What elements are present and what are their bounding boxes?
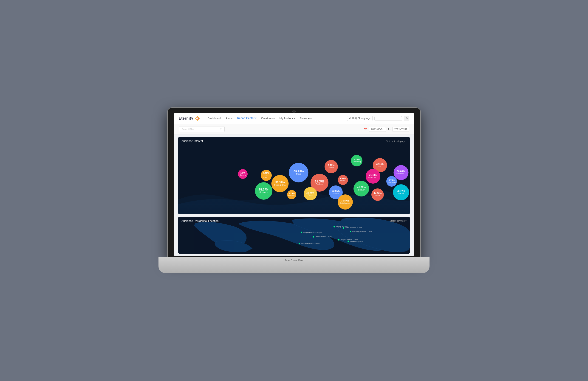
date-to-label: To — [388, 128, 390, 131]
map-dot-circle — [334, 226, 335, 227]
bubble-sports[interactable]: 9.72%Sports — [325, 160, 338, 173]
map-dot-label: Qinghai Province - 1.23% — [303, 232, 321, 233]
webcam — [292, 110, 296, 113]
bubble-beauty[interactable]: 41.09%Beauty — [354, 181, 369, 197]
map-dot-circle — [313, 236, 314, 238]
nav-my-audience[interactable]: My Audience — [279, 116, 295, 121]
laptop-base — [158, 257, 430, 273]
audience-location-panel: Audience Residential Location State/Prov… — [178, 217, 410, 254]
map-dot-label: Shandong Province - 1.22% — [352, 231, 372, 232]
map-dot-circle — [348, 241, 349, 242]
calendar-icon: 📅 — [364, 128, 367, 131]
bubble-travel[interactable]: 69.29%Travel — [289, 163, 309, 182]
date-from-input[interactable]: 2021-06-01 — [369, 127, 386, 132]
date-range: 📅 2021-06-01 To 2021-07-31 — [364, 127, 409, 132]
bubble-home[interactable]: 1.97%Home — [338, 175, 348, 185]
search-button[interactable]: ⚙ — [404, 116, 409, 121]
map-dot: Henan Province - 0.81% — [313, 236, 332, 238]
logo: Eternity — [179, 116, 200, 121]
map-dot-label: Sichuan Province - 0.88% — [301, 243, 319, 244]
main-nav: Eternity Dashboard Plans Report Center ▾… — [174, 113, 414, 124]
laptop-screen: Eternity Dashboard Plans Report Center ▾… — [174, 113, 414, 256]
bubble-social[interactable]: 50.77%Social — [393, 184, 409, 200]
bubble-digital-mo---[interactable]: 31.43%Digital Mo... — [366, 169, 380, 184]
laptop-wrapper: Eternity Dashboard Plans Report Center ▾… — [168, 108, 420, 273]
search-icon: ⚙ — [406, 117, 408, 120]
nav-finance[interactable]: Finance ▾ — [300, 116, 312, 121]
language-selector[interactable]: ⊕ 语言 / Language — [347, 116, 373, 121]
dropdown-arrow-icon: ▾ — [220, 128, 222, 131]
bubble-entertainm---[interactable]: 33.57%Entertainm... — [338, 194, 353, 210]
audience-interest-header: Audience Interest First rank category ▾ — [178, 137, 410, 145]
map-dot-circle — [299, 243, 300, 244]
bubble-parenting[interactable]: 4.19%Parenting — [351, 155, 362, 166]
map-dot-label: Hebei Province - 0.82% — [345, 227, 362, 229]
nav-dashboard[interactable]: Dashboard — [208, 116, 221, 121]
location-header: Audience Residential Location State/Prov… — [178, 217, 410, 224]
bubble-business[interactable]: 0.28%Business — [287, 190, 296, 199]
map-dot: Shanghai - 22.23% — [348, 241, 364, 242]
audience-interest-title: Audience Interest — [181, 140, 203, 143]
map-dot-circle — [343, 227, 344, 229]
bubble-domestic----[interactable]: 30.68%Domestic ... — [394, 165, 408, 180]
state-province-filter[interactable]: State/Province ▾ — [390, 220, 407, 222]
bubble-education[interactable]: 0.75%Education — [386, 176, 397, 187]
filter-arrow-icon: ▾ — [405, 220, 407, 222]
map-dot-circle — [301, 232, 302, 233]
map-dot-circle — [350, 231, 351, 232]
laptop-bezel: Eternity Dashboard Plans Report Center ▾… — [168, 108, 420, 259]
logo-text: Eternity — [179, 116, 193, 120]
select-plan-dropdown[interactable]: Select Plan ▾ — [179, 126, 225, 132]
bubble-chart: 69.29%Travel9.72%Sports4.19%Parenting32.… — [178, 145, 410, 214]
map-dot-label: Henan Province - 0.81% — [315, 236, 332, 238]
bubble-health[interactable]: 14.16%Health — [371, 188, 384, 201]
map-dot-label: Shanghai - 22.23% — [350, 241, 364, 242]
map-dot: Sichuan Province - 0.88% — [299, 243, 319, 244]
date-to-input[interactable]: 2021-07-31 — [392, 127, 409, 132]
search-input[interactable] — [374, 116, 402, 121]
bubble-news[interactable]: 21.56%News — [304, 187, 317, 200]
nav-report-center[interactable]: Report Center ▾ — [237, 116, 256, 121]
map-dot: Hebei Province - 0.82% — [343, 227, 362, 229]
bubble-food---dri---[interactable]: 56.32%Food & Dri... — [272, 175, 289, 192]
nav-creatives[interactable]: Creatives ▾ — [261, 116, 275, 121]
bubble-life-spec---[interactable]: 1.91%Life Spec... — [261, 170, 272, 181]
location-title: Audience Residential Location — [181, 220, 218, 223]
filter-arrow-icon: ▾ — [405, 140, 407, 142]
logo-icon — [195, 116, 200, 121]
map-dot: Qinghai Province - 1.23% — [301, 232, 321, 233]
map-dot-circle — [338, 239, 339, 241]
bubble-shopping[interactable]: 58.77%Shopping — [255, 182, 273, 200]
toolbar: Select Plan ▾ 📅 2021-06-01 To 2021-07-31 — [174, 124, 414, 135]
audience-interest-panel: Audience Interest First rank category ▾ — [178, 137, 410, 214]
nav-plans[interactable]: Plans — [226, 116, 232, 121]
first-rank-filter[interactable]: First rank category ▾ — [386, 140, 407, 142]
bubble-gaming[interactable]: 1.2%Gaming — [238, 169, 248, 179]
nav-items: Dashboard Plans Report Center ▾ Creative… — [208, 116, 341, 121]
map-dot: Shandong Province - 1.22% — [350, 231, 372, 232]
nav-right: ⊕ 语言 / Language ⚙ — [347, 116, 409, 121]
main-content: Audience Interest First rank category ▾ — [174, 135, 414, 256]
